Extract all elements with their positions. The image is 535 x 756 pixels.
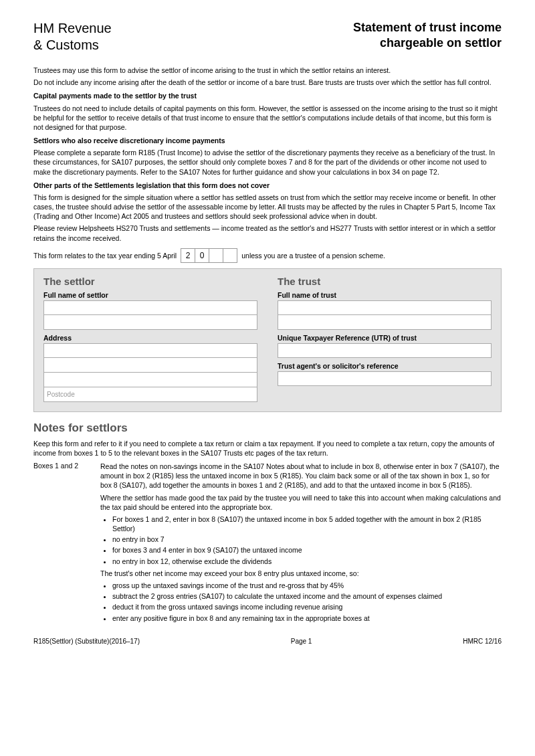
subhead-3: Other parts of the Settlements legislati… — [33, 181, 502, 190]
year-digit-1: 2 — [181, 248, 195, 263]
year-digit-2: 0 — [195, 248, 209, 263]
form-panel: The settlor Full name of settlor Address… — [33, 268, 502, 412]
intro-p6: Please review Helpsheets HS270 Trusts an… — [33, 223, 502, 242]
year-post: unless you are a trustee of a pension sc… — [241, 252, 385, 260]
box12-list2: gross up the untaxed savings income of t… — [100, 581, 502, 623]
intro-p3: Trustees do not need to include details … — [33, 104, 502, 132]
box12-p1: Read the notes on non-savings income in … — [100, 462, 502, 490]
notes-section: Notes for settlors Keep this form and re… — [33, 421, 502, 626]
box12-p3: The trust's other net income may exceed … — [100, 569, 502, 578]
settlor-heading: The settlor — [43, 276, 257, 287]
year-boxes: 2 0 — [181, 248, 237, 263]
subhead-2: Settlors who also receive discretionary … — [33, 136, 502, 145]
agent-label: Trust agent's or solicitor's reference — [278, 362, 492, 370]
org-line1: HM Revenue — [33, 20, 112, 37]
title-line1: Statement of trust income — [353, 20, 502, 35]
utr-label: Unique Taxpayer Reference (UTR) of trust — [278, 334, 492, 342]
list-item: For boxes 1 and 2, enter in box 8 (SA107… — [112, 514, 502, 533]
boxes-1-2-row: Boxes 1 and 2 Read the notes on non-savi… — [33, 462, 502, 626]
trust-name-label: Full name of trust — [278, 291, 492, 299]
address-line1[interactable] — [43, 343, 257, 358]
footer-right: HMRC 12/16 — [463, 638, 502, 645]
intro-p2: Do not include any income arising after … — [33, 78, 502, 87]
org-logo: HM Revenue & Customs — [33, 20, 112, 54]
list-item: deduct it from the gross untaxed savings… — [112, 602, 502, 611]
list-item: subtract the 2 gross entries (SA107) to … — [112, 591, 502, 601]
doc-title: Statement of trust income chargeable on … — [353, 20, 502, 50]
footer-left: R185(Settlor) (Substitute)(2016–17) — [33, 638, 140, 645]
address-label: Address — [43, 334, 257, 342]
trust-name-line2[interactable] — [278, 315, 492, 330]
settlor-name-label: Full name of settlor — [43, 291, 257, 299]
year-digit-3-input[interactable] — [209, 248, 223, 263]
year-digit-4-input[interactable] — [223, 248, 237, 263]
list-item: for boxes 3 and 4 enter in box 9 (SA107)… — [112, 545, 502, 555]
trust-heading: The trust — [278, 276, 492, 287]
intro-p4: Please complete a separate form R185 (Tr… — [33, 148, 502, 177]
intro-text: Trustees may use this form to advise the… — [33, 66, 502, 263]
list-item: no entry in box 7 — [112, 535, 502, 544]
org-line2: & Customs — [33, 37, 112, 54]
list-item: no entry in box 12, otherwise exclude th… — [112, 557, 502, 566]
footer-center: Page 1 — [291, 638, 312, 645]
agent-ref-input[interactable] — [278, 371, 492, 386]
subhead-1: Capital payments made to the settlor by … — [33, 91, 502, 100]
trust-column: The trust Full name of trust Unique Taxp… — [278, 276, 492, 402]
settlor-name-line2[interactable] — [43, 315, 257, 330]
box12-label: Boxes 1 and 2 — [33, 462, 100, 626]
year-pre: This form relates to the tax year ending… — [33, 252, 177, 260]
postcode-input[interactable] — [43, 387, 257, 402]
address-line2[interactable] — [43, 358, 257, 373]
trust-name-line1[interactable] — [278, 300, 492, 315]
header: HM Revenue & Customs Statement of trust … — [33, 20, 502, 54]
settlor-name-line1[interactable] — [43, 300, 257, 315]
address-line3[interactable] — [43, 373, 257, 387]
settlor-column: The settlor Full name of settlor Address — [43, 276, 257, 402]
tax-year-line: This form relates to the tax year ending… — [33, 248, 502, 263]
box12-list1: For boxes 1 and 2, enter in box 8 (SA107… — [100, 514, 502, 566]
list-item: enter any positive figure in box 8 and a… — [112, 613, 502, 623]
footer: R185(Settlor) (Substitute)(2016–17) Page… — [33, 638, 502, 645]
title-line2: chargeable on settlor — [353, 35, 502, 51]
utr-input[interactable] — [278, 343, 492, 358]
box12-text: Read the notes on non-savings income in … — [100, 462, 502, 626]
intro-p5: This form is designed for the simple sit… — [33, 193, 502, 221]
list-item: gross up the untaxed savings income of t… — [112, 581, 502, 590]
intro-p1: Trustees may use this form to advise the… — [33, 66, 502, 75]
notes-intro: Keep this form and refer to it if you ne… — [33, 439, 502, 458]
notes-heading: Notes for settlors — [33, 421, 502, 435]
box12-p2: Where the settlor has made good the tax … — [100, 493, 502, 512]
